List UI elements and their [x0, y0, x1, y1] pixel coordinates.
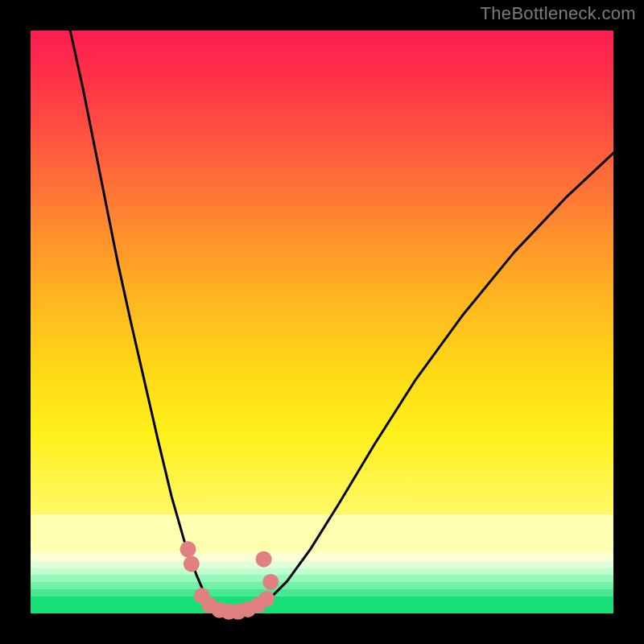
marker-dot	[262, 574, 279, 590]
marker-dot	[180, 541, 196, 557]
chart-frame: TheBottleneck.com	[0, 0, 644, 644]
marker-dot	[258, 591, 275, 607]
marker-group	[180, 541, 279, 619]
curve-left-branch	[70, 31, 229, 613]
chart-svg	[31, 31, 613, 613]
watermark-text: TheBottleneck.com	[481, 3, 636, 24]
curve-right-branch	[241, 153, 613, 613]
marker-dot	[184, 555, 200, 572]
marker-dot	[256, 551, 272, 568]
